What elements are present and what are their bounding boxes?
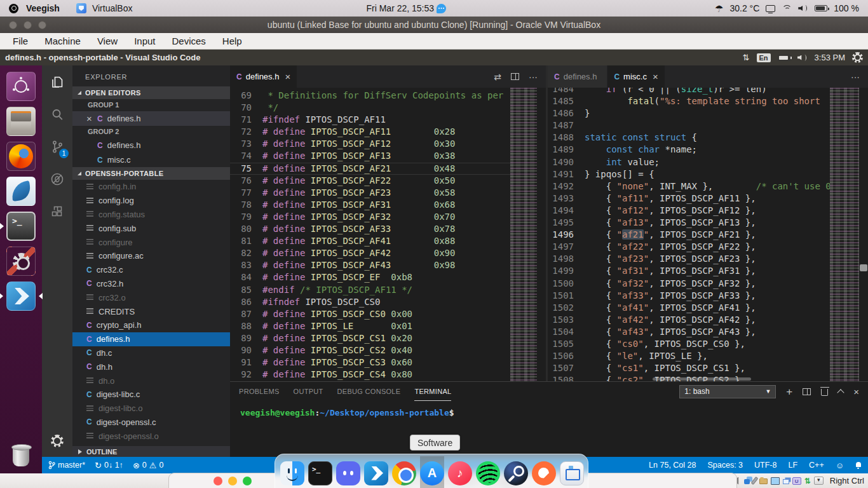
code-line-1507[interactable]: 1507 { "cs1", IPTOS_DSCP_CS1 },	[548, 362, 830, 374]
dock-item-steam[interactable]	[504, 456, 528, 488]
code-line-1501[interactable]: 1501 { "af33", IPTOS_DSCP_AF33 },	[548, 290, 830, 302]
temperature[interactable]: 30.2 °C	[729, 3, 759, 13]
file-row-crc32.o[interactable]: crc32.o	[72, 290, 230, 304]
code-line-1495[interactable]: 1495 { "af13", IPTOS_DSCP_AF13 },	[548, 217, 830, 229]
file-row-crypto-api.h[interactable]: Ccrypto_api.h	[72, 318, 230, 332]
zoom-icon[interactable]	[243, 477, 252, 485]
code-line-1502[interactable]: 1502 { "af41", IPTOS_DSCP_AF41 },	[548, 302, 830, 314]
folder-header[interactable]: OPENSSH-PORTABLE	[72, 167, 230, 180]
debug-icon[interactable]	[49, 171, 65, 187]
chat-bubble-icon[interactable]	[437, 4, 446, 13]
open-editor-defines.h[interactable]: ×Cdefines.h	[72, 111, 230, 126]
code-line-88[interactable]: 88# define IPTOS_LE 0x01	[230, 320, 510, 332]
dock-item-postman[interactable]	[532, 456, 556, 488]
display-icon[interactable]	[766, 5, 775, 12]
code-line-92[interactable]: 92# define IPTOS_DSCP_CS4 0x80	[230, 369, 510, 381]
vbox-menu-devices[interactable]: Devices	[164, 36, 214, 46]
code-line-1500[interactable]: 1500 { "af32", IPTOS_DSCP_AF32 },	[548, 278, 830, 290]
code-editor-misc[interactable]: 1484 if (r < 0 || (size_t)r >= len)1485 …	[548, 88, 830, 381]
network-arrows-icon[interactable]: ⇅	[743, 53, 750, 62]
search-icon[interactable]	[49, 106, 65, 123]
file-row-credits[interactable]: CREDITS	[72, 304, 230, 318]
file-row-digest-openssl.c[interactable]: Cdigest-openssl.c	[72, 416, 230, 430]
battery-icon[interactable]	[815, 5, 827, 11]
split-editor-icon[interactable]	[511, 73, 519, 80]
tab-defines.h[interactable]: Cdefines.h	[548, 65, 607, 88]
shell-select[interactable]: 1: bash ▼	[679, 385, 776, 398]
file-row-digest-libc.c[interactable]: Cdigest-libc.c	[72, 388, 230, 402]
dock-item-appstore[interactable]	[420, 456, 444, 488]
feedback-smiley-icon[interactable]: ☺	[836, 461, 844, 470]
code-line-83[interactable]: 83# define IPTOS_DSCP_AF43 0x98	[230, 259, 510, 271]
code-line-69[interactable]: 69 * Definitions for DiffServ Codepoints…	[230, 90, 510, 102]
code-line-1490[interactable]: 1490 int value;	[548, 156, 830, 168]
maximize-panel-icon[interactable]	[837, 389, 844, 396]
vm-battery-icon[interactable]	[778, 55, 790, 61]
panel-tab-debug-console[interactable]: DEBUG CONSOLE	[337, 382, 401, 401]
launcher-item-terminal[interactable]	[6, 212, 36, 241]
file-row-configure[interactable]: configure	[72, 235, 230, 249]
network-icon[interactable]	[744, 479, 750, 484]
close-icon[interactable]	[214, 477, 222, 485]
file-row-configure.ac[interactable]: configure.ac	[72, 249, 230, 263]
extensions-icon[interactable]	[49, 203, 65, 220]
close-icon[interactable]: ×	[86, 114, 97, 123]
code-line-80[interactable]: 80# define IPTOS_DSCP_AF33 0x78	[230, 223, 510, 235]
code-editor-defines[interactable]: 69 * Definitions for DiffServ Codepoints…	[230, 88, 510, 381]
code-line-79[interactable]: 79# define IPTOS_DSCP_AF32 0x70	[230, 211, 510, 223]
code-line-1498[interactable]: 1498 { "af23", IPTOS_DSCP_AF23 },	[548, 253, 830, 265]
open-editor-misc.c[interactable]: Cmisc.c	[72, 152, 230, 167]
minimap[interactable]	[830, 88, 859, 381]
scrollbar[interactable]	[859, 88, 868, 381]
cpu-icon[interactable]	[792, 477, 801, 485]
wifi-icon[interactable]	[782, 4, 792, 12]
code-line-82[interactable]: 82# define IPTOS_DSCP_AF42 0x90	[230, 247, 510, 259]
code-line-1491[interactable]: 1491} ipqos[] = {	[548, 168, 830, 180]
horizontal-scrollbar[interactable]	[653, 377, 751, 381]
problems-indicator[interactable]: ⊗ 0 ⚠ 0	[133, 461, 163, 470]
code-line-70[interactable]: 70 */	[230, 102, 510, 114]
dock-item-spotify[interactable]	[476, 456, 500, 488]
cursor-position[interactable]: Ln 75, Col 28	[649, 461, 696, 470]
code-line-90[interactable]: 90# define IPTOS_DSCP_CS2 0x40	[230, 344, 510, 356]
code-line-1488[interactable]: 1488static const struct {	[548, 132, 830, 144]
kill-terminal-icon[interactable]	[821, 389, 828, 396]
sync-indicator[interactable]: ↻ 0↓ 1↑	[95, 461, 123, 470]
file-row-dh.c[interactable]: Cdh.c	[72, 346, 230, 360]
close-icon[interactable]: ×	[285, 72, 290, 81]
code-line-76[interactable]: 76# define IPTOS_DSCP_AF22 0x50	[230, 175, 510, 187]
code-line-1503[interactable]: 1503 { "af42", IPTOS_DSCP_AF42 },	[548, 314, 830, 326]
code-line-1497[interactable]: 1497 { "af22", IPTOS_DSCP_AF22 },	[548, 241, 830, 253]
close-icon[interactable]	[9, 21, 17, 29]
dock-item-virtualbox[interactable]	[560, 456, 584, 488]
code-line-89[interactable]: 89# define IPTOS_DSCP_CS1 0x20	[230, 332, 510, 344]
settings-gear-icon[interactable]	[49, 433, 65, 449]
code-line-1489[interactable]: 1489 const char *name;	[548, 144, 830, 156]
volume-icon[interactable]	[798, 4, 808, 12]
launcher-item-files[interactable]	[6, 107, 36, 136]
scrollbar[interactable]	[537, 88, 546, 381]
minimap[interactable]	[510, 88, 537, 381]
code-line-73[interactable]: 73# define IPTOS_DSCP_AF12 0x30	[230, 138, 510, 150]
code-line-1506[interactable]: 1506 { "le", IPTOS_LE },	[548, 350, 830, 362]
indentation[interactable]: Spaces: 3	[707, 461, 743, 470]
code-line-74[interactable]: 74# define IPTOS_DSCP_AF13 0x38	[230, 150, 510, 162]
tab-defines.h[interactable]: Cdefines.h×	[230, 65, 297, 88]
code-line-72[interactable]: 72# define IPTOS_DSCP_AF11 0x28	[230, 126, 510, 138]
code-line-86[interactable]: 86#ifndef IPTOS_DSCP_CS0	[230, 296, 510, 308]
file-row-dh.o[interactable]: dh.o	[72, 374, 230, 388]
session-gear-icon[interactable]	[852, 52, 863, 63]
ubuntu-logo-icon[interactable]	[9, 4, 18, 13]
vbox-menu-help[interactable]: Help	[214, 36, 250, 46]
usb-icon[interactable]	[750, 477, 758, 485]
vm-clock[interactable]: 3:53 PM	[815, 53, 845, 62]
shared-folders-icon[interactable]	[759, 478, 768, 484]
tab-misc.c[interactable]: Cmisc.c×	[607, 65, 664, 88]
file-row-digest-libc.o[interactable]: digest-libc.o	[72, 402, 230, 416]
code-line-85[interactable]: 85#endif /* IPTOS_DSCP_AF11 */	[230, 284, 510, 296]
launcher-item-wireshark[interactable]	[6, 177, 36, 206]
explorer-icon[interactable]	[49, 74, 65, 90]
mac-clock[interactable]: Fri Mar 22, 15:53	[366, 3, 434, 13]
dock-item-chrome[interactable]	[392, 456, 416, 488]
code-line-1499[interactable]: 1499 { "af31", IPTOS_DSCP_AF31 },	[548, 265, 830, 277]
